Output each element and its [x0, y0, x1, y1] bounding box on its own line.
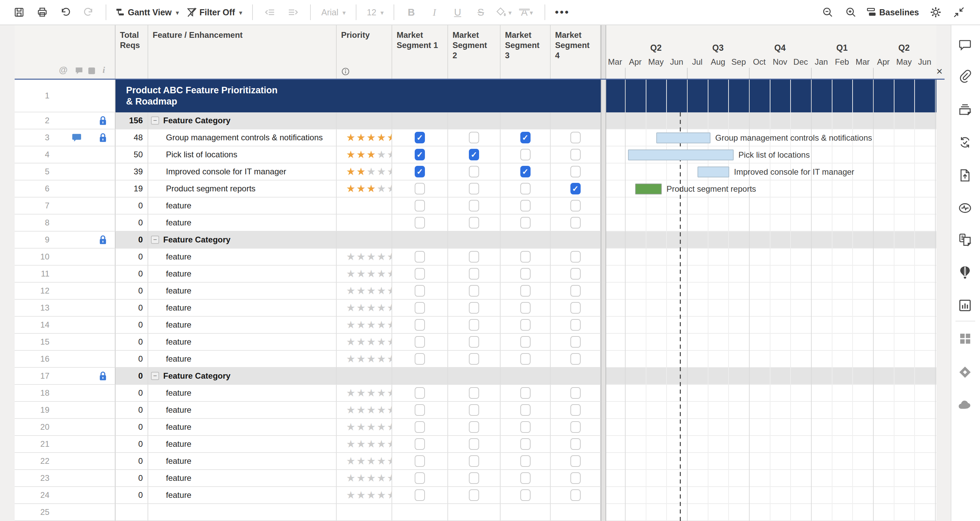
segment-checkbox[interactable] [520, 421, 531, 433]
segment-checkbox[interactable] [469, 421, 479, 433]
segment-cell[interactable]: ✓ [501, 164, 550, 181]
gantt-bar[interactable] [656, 132, 711, 143]
segment-checkbox[interactable] [570, 319, 581, 330]
baselines-button[interactable]: Baselines [865, 3, 921, 21]
segment-checkbox[interactable] [415, 251, 425, 262]
segment-cell[interactable] [550, 112, 601, 129]
total-reqs-cell[interactable]: 19 [116, 181, 148, 197]
conversations-button[interactable] [956, 36, 974, 54]
segment-checkbox[interactable] [520, 149, 531, 160]
segment-checkbox[interactable] [469, 455, 479, 467]
segment-checkbox[interactable] [415, 200, 425, 211]
total-reqs-cell[interactable]: 50 [116, 146, 148, 164]
total-reqs-cell[interactable]: 0 [116, 214, 148, 232]
gantt-bar[interactable] [697, 167, 729, 178]
segment-checkbox[interactable] [415, 404, 425, 416]
row-number-cell[interactable]: 11 [15, 265, 116, 283]
redo-button[interactable] [80, 3, 97, 21]
comments-column-icon[interactable] [75, 67, 83, 75]
feature-cell[interactable]: feature [148, 265, 337, 283]
segment-checkbox[interactable] [469, 217, 479, 229]
row-number-cell[interactable]: 20 [15, 419, 116, 436]
segment-checkbox[interactable] [570, 336, 581, 348]
segment-cell[interactable] [550, 129, 601, 146]
star-rating-empty[interactable]: ★★★★★ [346, 422, 392, 432]
segment-cell[interactable] [550, 334, 601, 351]
segment-cell[interactable] [550, 368, 601, 385]
segment-checkbox[interactable] [520, 302, 531, 314]
segment-cell[interactable] [448, 283, 501, 300]
segment-cell[interactable] [448, 129, 501, 146]
segment-checkbox[interactable] [520, 336, 531, 348]
whats-new-button[interactable] [956, 264, 974, 282]
total-reqs-cell[interactable]: 0 [116, 197, 148, 214]
feature-cell[interactable]: feature [148, 419, 337, 436]
font-size-select[interactable]: 12 ▾ [365, 3, 385, 21]
total-reqs-cell[interactable]: 0 [116, 232, 148, 249]
segment-checkbox[interactable] [520, 353, 531, 365]
star-rating-empty[interactable]: ★★★★★ [346, 320, 392, 330]
feature-cell[interactable]: −Feature Category [148, 112, 337, 129]
total-reqs-cell[interactable]: 0 [116, 300, 148, 317]
total-reqs-cell[interactable]: 0 [116, 351, 148, 368]
total-reqs-cell[interactable]: 0 [116, 402, 148, 419]
star-rating-empty[interactable]: ★★★★★ [346, 490, 392, 500]
priority-cell[interactable]: ★★★★★ [337, 129, 392, 146]
segment-checkbox[interactable] [570, 166, 581, 178]
segment-checkbox[interactable]: ✓ [570, 183, 581, 194]
star-rating-filled[interactable]: ★★★ [346, 184, 377, 194]
segment-cell[interactable] [448, 419, 501, 436]
star-rating-empty[interactable]: ★★★ [367, 167, 392, 177]
segment-checkbox[interactable] [415, 319, 425, 330]
charts-button[interactable] [956, 297, 974, 314]
row-number-cell[interactable]: 13 [15, 300, 116, 317]
gantt-bar[interactable] [635, 184, 662, 194]
segment-cell[interactable] [501, 334, 550, 351]
star-rating-empty[interactable]: ★★★★★ [346, 439, 392, 449]
segment-cell[interactable] [392, 334, 448, 351]
segment-checkbox[interactable]: ✓ [469, 149, 479, 160]
column-header-segment-4[interactable]: Market Segment 4 [550, 25, 601, 79]
priority-cell[interactable]: ★★★★★ [337, 419, 392, 436]
row-number-cell[interactable]: 9 [15, 232, 116, 249]
segment-cell[interactable] [448, 453, 501, 470]
segment-cell[interactable] [392, 197, 448, 214]
priority-cell[interactable] [337, 197, 392, 214]
row-number-cell[interactable]: 8 [15, 214, 116, 232]
total-reqs-cell[interactable]: 0 [116, 470, 148, 487]
collapse-button[interactable]: − [151, 236, 159, 244]
priority-cell[interactable]: ★★★★★ [337, 436, 392, 453]
outdent-button[interactable] [261, 3, 278, 21]
row-number-cell[interactable]: 23 [15, 470, 116, 487]
total-reqs-cell[interactable] [116, 504, 148, 521]
attachments-button[interactable] [956, 67, 974, 85]
collapse-button[interactable]: − [151, 372, 159, 380]
star-rating-filled[interactable]: ★★★ [346, 149, 377, 160]
segment-checkbox[interactable] [570, 132, 581, 143]
priority-cell[interactable]: ★★★★★ [337, 283, 392, 300]
indent-button[interactable] [285, 3, 302, 21]
segment-cell[interactable] [550, 504, 601, 521]
priority-cell[interactable] [337, 112, 392, 129]
segment-checkbox[interactable] [520, 268, 531, 280]
star-rating-empty[interactable]: ★★★★★ [346, 354, 392, 364]
segment-cell[interactable] [550, 146, 601, 164]
segment-cell[interactable] [448, 197, 501, 214]
segment-cell[interactable] [550, 232, 601, 249]
row-number-cell[interactable]: 24 [15, 487, 116, 504]
segment-checkbox[interactable] [570, 353, 581, 365]
segment-cell[interactable] [448, 436, 501, 453]
segment-cell[interactable] [550, 436, 601, 453]
star-rating-empty[interactable]: ★★★★★ [346, 303, 392, 313]
segment-cell[interactable] [448, 112, 501, 129]
zoom-in-button[interactable] [842, 3, 859, 21]
segment-checkbox[interactable] [469, 387, 479, 399]
segment-checkbox[interactable] [570, 421, 581, 433]
more-options-button[interactable]: ••• [554, 3, 571, 21]
star-rating-empty[interactable]: ★★★★★ [346, 388, 392, 398]
segment-checkbox[interactable] [469, 319, 479, 330]
segment-cell[interactable] [448, 487, 501, 504]
segment-cell[interactable] [501, 197, 550, 214]
print-button[interactable] [34, 3, 51, 21]
segment-cell[interactable] [501, 368, 550, 385]
